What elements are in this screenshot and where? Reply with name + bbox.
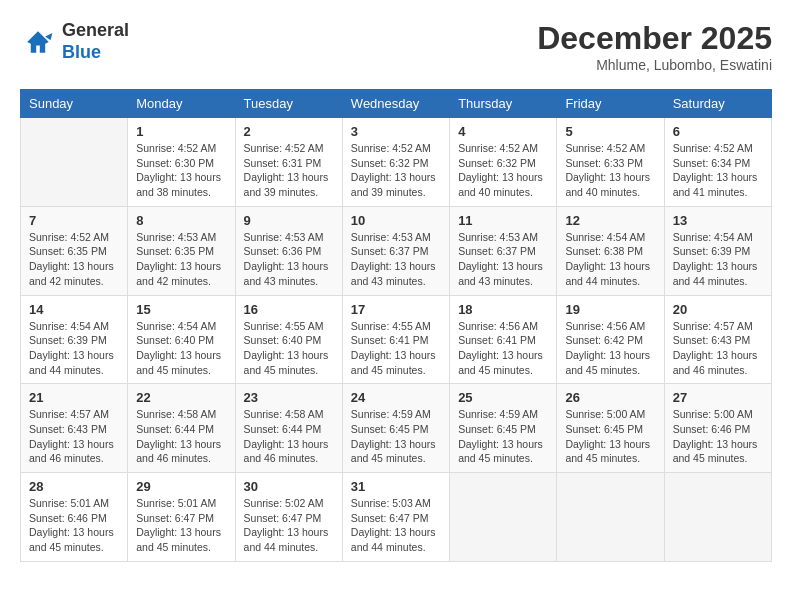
day-info: Sunrise: 4:54 AM Sunset: 6:40 PM Dayligh… [136,319,226,378]
day-info: Sunrise: 4:55 AM Sunset: 6:41 PM Dayligh… [351,319,441,378]
day-number: 18 [458,302,548,317]
calendar-cell: 7Sunrise: 4:52 AM Sunset: 6:35 PM Daylig… [21,206,128,295]
day-info: Sunrise: 4:55 AM Sunset: 6:40 PM Dayligh… [244,319,334,378]
calendar-cell: 15Sunrise: 4:54 AM Sunset: 6:40 PM Dayli… [128,295,235,384]
day-info: Sunrise: 4:52 AM Sunset: 6:32 PM Dayligh… [458,141,548,200]
day-number: 17 [351,302,441,317]
day-number: 25 [458,390,548,405]
day-info: Sunrise: 4:58 AM Sunset: 6:44 PM Dayligh… [136,407,226,466]
week-row-5: 28Sunrise: 5:01 AM Sunset: 6:46 PM Dayli… [21,473,772,562]
day-info: Sunrise: 4:52 AM Sunset: 6:31 PM Dayligh… [244,141,334,200]
column-header-tuesday: Tuesday [235,90,342,118]
calendar-cell: 31Sunrise: 5:03 AM Sunset: 6:47 PM Dayli… [342,473,449,562]
day-info: Sunrise: 4:54 AM Sunset: 6:39 PM Dayligh… [29,319,119,378]
logo-general: General [62,20,129,40]
day-number: 1 [136,124,226,139]
day-info: Sunrise: 4:52 AM Sunset: 6:34 PM Dayligh… [673,141,763,200]
day-number: 12 [565,213,655,228]
calendar-cell: 13Sunrise: 4:54 AM Sunset: 6:39 PM Dayli… [664,206,771,295]
day-info: Sunrise: 4:57 AM Sunset: 6:43 PM Dayligh… [673,319,763,378]
calendar-cell [557,473,664,562]
day-number: 28 [29,479,119,494]
day-number: 31 [351,479,441,494]
calendar-cell: 28Sunrise: 5:01 AM Sunset: 6:46 PM Dayli… [21,473,128,562]
week-row-4: 21Sunrise: 4:57 AM Sunset: 6:43 PM Dayli… [21,384,772,473]
day-info: Sunrise: 4:58 AM Sunset: 6:44 PM Dayligh… [244,407,334,466]
calendar-cell [450,473,557,562]
week-row-1: 1Sunrise: 4:52 AM Sunset: 6:30 PM Daylig… [21,118,772,207]
calendar-cell: 12Sunrise: 4:54 AM Sunset: 6:38 PM Dayli… [557,206,664,295]
header-row: SundayMondayTuesdayWednesdayThursdayFrid… [21,90,772,118]
page-header: General Blue December 2025 Mhlume, Lubom… [20,20,772,73]
day-info: Sunrise: 4:53 AM Sunset: 6:35 PM Dayligh… [136,230,226,289]
day-number: 23 [244,390,334,405]
day-number: 11 [458,213,548,228]
day-info: Sunrise: 4:53 AM Sunset: 6:37 PM Dayligh… [458,230,548,289]
calendar-cell: 6Sunrise: 4:52 AM Sunset: 6:34 PM Daylig… [664,118,771,207]
day-number: 27 [673,390,763,405]
day-info: Sunrise: 5:02 AM Sunset: 6:47 PM Dayligh… [244,496,334,555]
logo: General Blue [20,20,129,63]
day-number: 13 [673,213,763,228]
day-number: 16 [244,302,334,317]
day-info: Sunrise: 4:54 AM Sunset: 6:39 PM Dayligh… [673,230,763,289]
day-info: Sunrise: 4:53 AM Sunset: 6:36 PM Dayligh… [244,230,334,289]
day-number: 2 [244,124,334,139]
day-info: Sunrise: 5:00 AM Sunset: 6:46 PM Dayligh… [673,407,763,466]
calendar-cell: 4Sunrise: 4:52 AM Sunset: 6:32 PM Daylig… [450,118,557,207]
day-info: Sunrise: 4:52 AM Sunset: 6:32 PM Dayligh… [351,141,441,200]
calendar-cell: 9Sunrise: 4:53 AM Sunset: 6:36 PM Daylig… [235,206,342,295]
day-info: Sunrise: 4:57 AM Sunset: 6:43 PM Dayligh… [29,407,119,466]
calendar-cell: 5Sunrise: 4:52 AM Sunset: 6:33 PM Daylig… [557,118,664,207]
day-number: 29 [136,479,226,494]
calendar-body: 1Sunrise: 4:52 AM Sunset: 6:30 PM Daylig… [21,118,772,562]
column-header-monday: Monday [128,90,235,118]
calendar-cell: 27Sunrise: 5:00 AM Sunset: 6:46 PM Dayli… [664,384,771,473]
day-info: Sunrise: 4:52 AM Sunset: 6:35 PM Dayligh… [29,230,119,289]
day-info: Sunrise: 4:56 AM Sunset: 6:42 PM Dayligh… [565,319,655,378]
day-info: Sunrise: 4:54 AM Sunset: 6:38 PM Dayligh… [565,230,655,289]
calendar-cell: 21Sunrise: 4:57 AM Sunset: 6:43 PM Dayli… [21,384,128,473]
day-number: 9 [244,213,334,228]
day-info: Sunrise: 5:00 AM Sunset: 6:45 PM Dayligh… [565,407,655,466]
calendar-cell: 23Sunrise: 4:58 AM Sunset: 6:44 PM Dayli… [235,384,342,473]
day-info: Sunrise: 4:56 AM Sunset: 6:41 PM Dayligh… [458,319,548,378]
calendar-cell: 10Sunrise: 4:53 AM Sunset: 6:37 PM Dayli… [342,206,449,295]
calendar-cell: 8Sunrise: 4:53 AM Sunset: 6:35 PM Daylig… [128,206,235,295]
day-number: 26 [565,390,655,405]
calendar-cell: 1Sunrise: 4:52 AM Sunset: 6:30 PM Daylig… [128,118,235,207]
logo-text: General Blue [62,20,129,63]
calendar-cell: 3Sunrise: 4:52 AM Sunset: 6:32 PM Daylig… [342,118,449,207]
calendar-cell: 18Sunrise: 4:56 AM Sunset: 6:41 PM Dayli… [450,295,557,384]
calendar-cell: 19Sunrise: 4:56 AM Sunset: 6:42 PM Dayli… [557,295,664,384]
calendar-cell: 24Sunrise: 4:59 AM Sunset: 6:45 PM Dayli… [342,384,449,473]
day-info: Sunrise: 4:52 AM Sunset: 6:33 PM Dayligh… [565,141,655,200]
day-number: 20 [673,302,763,317]
calendar-cell: 25Sunrise: 4:59 AM Sunset: 6:45 PM Dayli… [450,384,557,473]
day-info: Sunrise: 4:59 AM Sunset: 6:45 PM Dayligh… [351,407,441,466]
column-header-friday: Friday [557,90,664,118]
column-header-sunday: Sunday [21,90,128,118]
day-number: 15 [136,302,226,317]
location-label: Mhlume, Lubombo, Eswatini [537,57,772,73]
calendar-cell: 17Sunrise: 4:55 AM Sunset: 6:41 PM Dayli… [342,295,449,384]
calendar-cell: 2Sunrise: 4:52 AM Sunset: 6:31 PM Daylig… [235,118,342,207]
calendar-table: SundayMondayTuesdayWednesdayThursdayFrid… [20,89,772,562]
day-number: 24 [351,390,441,405]
day-info: Sunrise: 5:01 AM Sunset: 6:47 PM Dayligh… [136,496,226,555]
week-row-2: 7Sunrise: 4:52 AM Sunset: 6:35 PM Daylig… [21,206,772,295]
day-info: Sunrise: 4:53 AM Sunset: 6:37 PM Dayligh… [351,230,441,289]
title-section: December 2025 Mhlume, Lubombo, Eswatini [537,20,772,73]
day-number: 7 [29,213,119,228]
calendar-cell: 11Sunrise: 4:53 AM Sunset: 6:37 PM Dayli… [450,206,557,295]
day-number: 6 [673,124,763,139]
calendar-header: SundayMondayTuesdayWednesdayThursdayFrid… [21,90,772,118]
calendar-cell [664,473,771,562]
calendar-cell: 26Sunrise: 5:00 AM Sunset: 6:45 PM Dayli… [557,384,664,473]
calendar-cell: 14Sunrise: 4:54 AM Sunset: 6:39 PM Dayli… [21,295,128,384]
day-number: 10 [351,213,441,228]
day-info: Sunrise: 5:01 AM Sunset: 6:46 PM Dayligh… [29,496,119,555]
calendar-cell: 20Sunrise: 4:57 AM Sunset: 6:43 PM Dayli… [664,295,771,384]
calendar-cell [21,118,128,207]
day-number: 8 [136,213,226,228]
